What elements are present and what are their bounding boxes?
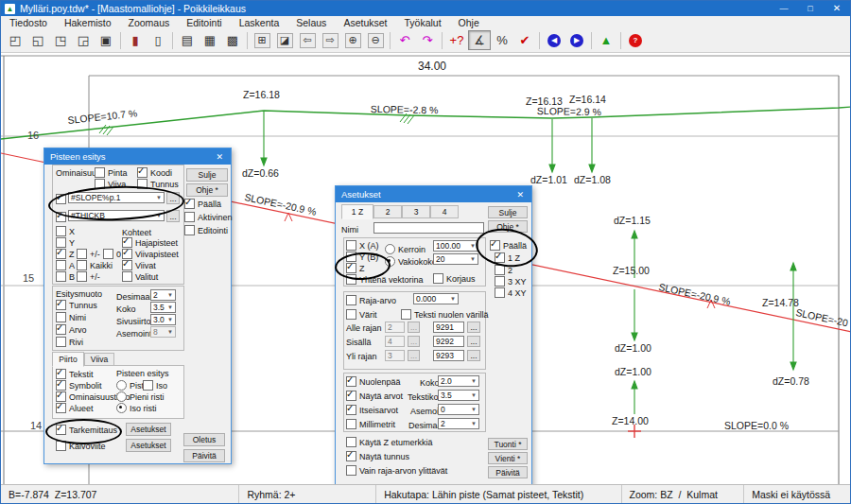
check-observations-button[interactable]: ✔: [513, 30, 536, 50]
z-checkbox[interactable]: [56, 249, 66, 259]
viivat-checkbox[interactable]: [122, 260, 132, 270]
vector-1z-checkbox[interactable]: [495, 252, 505, 263]
print-settings-button[interactable]: ▦: [199, 30, 221, 50]
status-search-mode[interactable]: Hakutapa: Lähin piste (Samat pisteet, Te…: [376, 485, 621, 503]
zoom-extents-button[interactable]: ⊞: [251, 30, 273, 50]
add-point-query-button[interactable]: +?: [445, 30, 468, 50]
read-file-button[interactable]: ▮: [124, 30, 147, 50]
xa-checkbox[interactable]: [346, 240, 356, 251]
paalla-checkbox[interactable]: [490, 240, 500, 251]
attr2-checkbox[interactable]: [56, 212, 66, 222]
zero-checkbox[interactable]: [103, 249, 113, 259]
sulje-button[interactable]: Sulje: [488, 206, 528, 218]
status-zoom-mode[interactable]: Zoom: BZ / Kulmat: [622, 485, 745, 503]
itseisarvot-checkbox[interactable]: [346, 405, 356, 415]
korjaus-checkbox[interactable]: [433, 273, 443, 284]
tab-piirto[interactable]: Piirto: [52, 352, 84, 367]
menu-tyokalut[interactable]: Työkalut: [395, 17, 449, 28]
alueet-checkbox[interactable]: [56, 403, 66, 413]
tekstikoko-combo[interactable]: 3.5▼: [438, 390, 479, 401]
vain-raja-arvon-checkbox[interactable]: [346, 465, 356, 476]
raja-arvo-combo[interactable]: 0.000▼: [413, 293, 459, 304]
kaivoviite-checkbox[interactable]: [56, 441, 66, 451]
menu-editointi[interactable]: Editointi: [178, 17, 230, 28]
attr2-combo[interactable]: #THICKB▼: [68, 210, 165, 221]
minimize-button[interactable]: —: [771, 1, 797, 16]
raja-arvo-checkbox[interactable]: [346, 295, 356, 305]
sisalla-browse1-button[interactable]: ...: [408, 336, 420, 347]
b-checkbox[interactable]: [56, 271, 66, 282]
vector-4xy-checkbox[interactable]: [495, 287, 505, 298]
sivusiirto-combo[interactable]: 3.0▼: [150, 314, 176, 325]
teksti-nuolen-checkbox[interactable]: [401, 309, 411, 320]
menu-asetukset[interactable]: Asetukset: [335, 17, 395, 28]
esitys-tunnus-checkbox[interactable]: [56, 300, 66, 310]
print-button[interactable]: ▤: [176, 30, 199, 50]
koko-combo[interactable]: 2.0▼: [438, 375, 479, 387]
dialog-title-bar[interactable]: Pisteen esitys ✕: [44, 148, 231, 165]
write-file-button[interactable]: ▯: [147, 30, 169, 50]
piste-radio[interactable]: [116, 380, 127, 391]
menu-hakemisto[interactable]: Hakemisto: [56, 17, 120, 28]
copy-page-up-button[interactable]: ◳: [49, 30, 72, 50]
kaikki-checkbox[interactable]: [77, 260, 87, 270]
undo-button[interactable]: ↶: [393, 30, 416, 50]
iso-risti-radio[interactable]: [116, 403, 127, 413]
zoom-out-button[interactable]: ⊖: [364, 30, 387, 50]
sulje-button[interactable]: Sulje: [186, 168, 228, 182]
measure-distance-button[interactable]: ∡: [468, 30, 491, 50]
pinta-checkbox[interactable]: [95, 167, 105, 178]
tab-viiva[interactable]: Viiva: [84, 353, 114, 366]
editointi-checkbox[interactable]: [184, 225, 195, 235]
vienti-button[interactable]: Vienti *: [488, 452, 528, 464]
sisalla-code-input[interactable]: 9292: [433, 336, 464, 347]
paalla-checkbox[interactable]: [184, 199, 195, 209]
koko-combo[interactable]: 3.5▼: [150, 302, 176, 313]
millimetrit-checkbox[interactable]: [346, 419, 356, 429]
tuonti-button[interactable]: Tuonti *: [488, 438, 528, 450]
nayta-tunnus-checkbox[interactable]: [346, 451, 356, 461]
kerroin-radio[interactable]: [385, 244, 395, 254]
arvo-checkbox[interactable]: [56, 324, 66, 335]
zoom-in-button[interactable]: ⊕: [341, 30, 364, 50]
vector-2-checkbox[interactable]: [495, 265, 505, 275]
kaivoviite-asetukset-button[interactable]: Asetukset: [126, 439, 171, 452]
nuolenpaa-checkbox[interactable]: [346, 376, 356, 387]
previous-view-button[interactable]: ◀: [543, 30, 565, 50]
zoom-window-button[interactable]: ◪: [273, 30, 296, 50]
yli-rajan-code-input[interactable]: 9293: [433, 350, 464, 361]
menu-ohje[interactable]: Ohje: [450, 17, 488, 28]
yli-rajan-browse2-button[interactable]: ...: [467, 350, 480, 361]
paivita-button[interactable]: Päivitä: [183, 449, 225, 462]
nimi-input[interactable]: [373, 222, 484, 234]
pieni-risti-radio[interactable]: [116, 391, 127, 402]
nayta-arvot-checkbox[interactable]: [346, 391, 356, 401]
tab-4[interactable]: 4: [430, 205, 459, 218]
tab-1z[interactable]: 1 Z: [341, 204, 373, 219]
attr1-checkbox[interactable]: [56, 194, 66, 204]
alle-rajan-browse1-button[interactable]: ...: [408, 322, 420, 333]
yhtena-vektorina-checkbox[interactable]: [346, 274, 356, 285]
iso-checkbox[interactable]: [143, 380, 153, 391]
copy-prev-section-button[interactable]: ◰: [4, 30, 26, 50]
koodi-checkbox[interactable]: [137, 167, 148, 178]
alle-rajan-symbol-input[interactable]: 2: [385, 322, 405, 333]
help-button[interactable]: ?: [624, 30, 647, 50]
vakiokoko-radio[interactable]: [385, 256, 395, 267]
sisalla-symbol-input[interactable]: 4: [385, 336, 405, 347]
plusminus-checkbox[interactable]: [77, 249, 87, 259]
desimaalit-combo[interactable]: 2▼: [438, 418, 479, 429]
attr1-browse-button[interactable]: ...: [166, 192, 180, 204]
ohje-button[interactable]: Ohje *: [488, 220, 528, 233]
status-mask[interactable]: Maski ei käytössä: [744, 485, 850, 503]
desimaalit-combo[interactable]: 2▼: [150, 289, 176, 301]
attr1-combo[interactable]: #SLOPE%p.1▼: [68, 192, 165, 203]
alle-rajan-browse2-button[interactable]: ...: [467, 322, 480, 333]
pan-right-button[interactable]: ⇨: [319, 30, 341, 50]
menu-laskenta[interactable]: Laskenta: [231, 17, 288, 28]
maximize-button[interactable]: □: [797, 1, 824, 16]
a-checkbox[interactable]: [56, 260, 66, 270]
plot-frame-button[interactable]: ▩: [221, 30, 244, 50]
tunnus-checkbox[interactable]: [137, 179, 148, 189]
vakiokoko-combo[interactable]: 20▼: [433, 253, 478, 265]
